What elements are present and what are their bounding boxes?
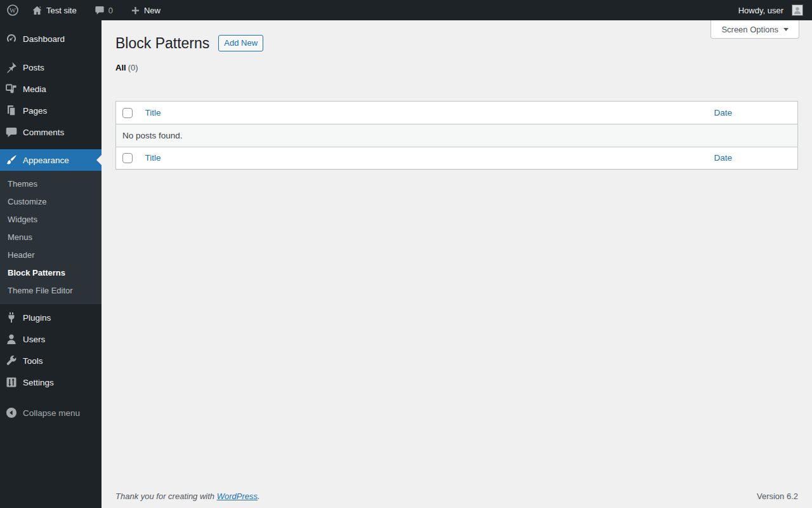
sidebar-item-plugins[interactable]: Plugins [0,307,102,328]
submenu-item-customize[interactable]: Customize [0,193,102,211]
sidebar-item-label: Dashboard [23,34,65,44]
sidebar-item-label: Plugins [23,313,51,323]
admin-bar-right: Howdy, user [732,0,812,20]
submenu-item-block-patterns[interactable]: Block Patterns [0,264,102,282]
site-name-label: Test site [46,6,77,15]
submenu-item-theme-file-editor[interactable]: Theme File Editor [0,282,102,300]
sidebar-item-label: Users [23,335,45,344]
footer-period: . [258,491,260,501]
sort-by-date-link-bottom[interactable]: Date [714,153,733,163]
wordpress-logo-icon: W [6,4,19,17]
view-all-link[interactable]: All [115,63,126,72]
plus-icon [131,6,140,15]
pages-icon [5,104,18,117]
collapse-menu-label: Collapse menu [23,408,80,418]
sort-by-title-link-bottom[interactable]: Title [145,153,161,163]
menu-separator [0,50,102,57]
column-header-title: Title [139,102,708,124]
admin-bar: W Test site 0 [0,0,812,20]
screen-options-label: Screen Options [721,25,778,34]
column-footer-date: Date [708,147,798,170]
sidebar-item-label: Comments [23,128,64,137]
select-all-checkbox-bottom[interactable] [122,153,133,163]
sort-by-date-link-top[interactable]: Date [714,108,733,117]
admin-bar-left: W Test site 0 [0,0,167,20]
select-all-checkbox-top[interactable] [122,108,133,118]
media-icon [5,83,18,95]
appearance-submenu: Themes Customize Widgets Menus Header Bl… [0,171,102,304]
new-label: New [144,6,160,15]
user-icon [5,333,18,345]
menu-separator [0,143,102,149]
collapse-menu-button[interactable]: Collapse menu [0,402,102,424]
sidebar-item-label: Posts [23,63,44,72]
sort-by-title-link-top[interactable]: Title [145,108,161,117]
footer-thanks: Thank you for creating with WordPress. [115,491,260,501]
sidebar-item-dashboard[interactable]: Dashboard [0,28,102,50]
sidebar-item-posts[interactable]: Posts [0,57,102,78]
plugin-icon [5,311,18,324]
page-header: Block Patterns Add New [115,34,798,53]
admin-footer: Thank you for creating with WordPress. V… [115,491,798,501]
sidebar-item-comments[interactable]: Comments [0,121,102,143]
posts-list-table: Title Date No posts found. Title Date [115,101,798,170]
submenu-item-menus[interactable]: Menus [0,229,102,246]
paintbrush-icon [5,154,18,166]
sidebar-item-appearance[interactable]: Appearance [0,149,102,171]
sidebar-item-tools[interactable]: Tools [0,350,102,371]
sidebar-item-pages[interactable]: Pages [0,100,102,121]
collapse-arrow-icon [5,406,18,419]
wordpress-logo-menu[interactable]: W [0,0,25,20]
comments-count: 0 [108,6,113,15]
main-content: Screen Options Block Patterns Add New Al… [102,20,812,508]
pushpin-icon [5,61,18,74]
my-account-menu[interactable]: Howdy, user [732,0,812,20]
sidebar-item-media[interactable]: Media [0,78,102,100]
howdy-label: Howdy, user [738,6,783,15]
wordpress-link[interactable]: WordPress [217,491,258,501]
sidebar-item-settings[interactable]: Settings [0,371,102,393]
footer-version: Version 6.2 [757,491,798,501]
user-avatar [792,4,803,16]
sidebar-item-label: Pages [23,106,47,116]
admin-sidebar: Dashboard Posts Media Pages [0,20,102,508]
empty-message: No posts found. [116,124,798,147]
page-title: Block Patterns [115,34,209,53]
submenu-item-widgets[interactable]: Widgets [0,211,102,229]
sidebar-item-label: Settings [23,378,54,387]
sidebar-item-users[interactable]: Users [0,328,102,350]
column-header-date: Date [708,102,798,124]
comments-icon [5,126,18,138]
footer-thanks-text: Thank you for creating with [115,491,217,501]
comment-bubble-icon [95,5,105,15]
dashboard-icon [5,32,18,45]
settings-sliders-icon [5,376,18,389]
svg-text:W: W [10,7,16,14]
sidebar-item-label: Appearance [23,156,69,165]
screen-options-button[interactable]: Screen Options [710,20,799,39]
chevron-down-icon [783,28,789,31]
wrench-icon [5,354,18,367]
sidebar-item-label: Tools [23,356,43,366]
sidebar-item-label: Media [23,84,46,94]
table-header: Title Date [116,102,798,124]
site-name-link[interactable]: Test site [25,0,83,20]
comments-adminbar-link[interactable]: 0 [88,0,119,20]
home-icon [32,5,43,16]
list-views: All(0) [115,63,798,72]
view-all-count: (0) [128,63,138,72]
table-footer: Title Date [116,147,798,170]
column-footer-title: Title [139,147,708,170]
new-content-menu[interactable]: New [124,0,167,20]
submenu-item-themes[interactable]: Themes [0,175,102,193]
submenu-item-header[interactable]: Header [0,246,102,264]
add-new-button[interactable]: Add New [218,35,263,52]
table-row: No posts found. [116,124,798,147]
table-body: No posts found. [116,124,798,147]
